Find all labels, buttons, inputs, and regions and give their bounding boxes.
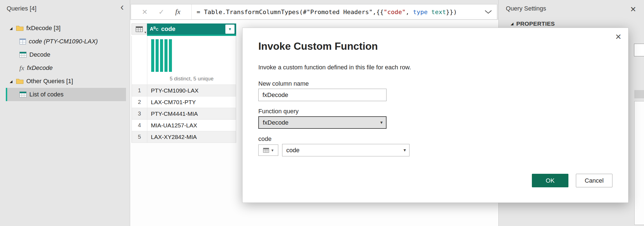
name-field-fragment <box>634 44 644 56</box>
fx-icon: fx <box>19 64 24 72</box>
row-value: LAX-XY2842-MIA <box>147 131 236 143</box>
query-item-label: fxDecode <box>27 64 53 72</box>
folder-icon <box>16 78 24 84</box>
ok-button[interactable]: OK <box>532 174 568 187</box>
collapse-pane-icon[interactable]: ‹ <box>120 4 124 10</box>
parameter-label: code <box>258 135 612 143</box>
function-query-label: Function query <box>258 108 612 115</box>
formula-bar-buttons: ✕ ✓ fx <box>131 4 192 19</box>
parameter-value-dropdown[interactable]: code ▾ <box>282 144 409 156</box>
filter-dropdown-icon[interactable]: ▼ <box>225 25 235 34</box>
properties-label: PROPERTIES <box>516 20 555 27</box>
power-query-editor: Queries [4] ‹ ◢fxDecode [3]code (PTY-CM1… <box>0 0 644 226</box>
row-value: LAX-CM701-PTY <box>147 96 236 108</box>
formula-input[interactable]: = Table.TransformColumnTypes(#"Promoted … <box>192 4 497 19</box>
query-item-label: fxDecode [3] <box>26 25 61 32</box>
table-row[interactable]: 5LAX-XY2842-MIA <box>132 131 236 143</box>
table-header-row: ▾ ABC code ▼ <box>132 23 236 35</box>
new-column-name-label: New column name <box>258 80 612 87</box>
query-item-other-queries-1[interactable]: ◢Other Queries [1] <box>6 75 126 88</box>
row-number: 4 <box>132 120 147 131</box>
query-item-label: Decode <box>29 51 50 58</box>
chevron-down-icon: ▾ <box>403 147 406 153</box>
distribution-bar <box>164 39 168 72</box>
new-column-name-input[interactable] <box>258 89 387 101</box>
table-row[interactable]: 1PTY-CM1090-LAX <box>132 85 236 96</box>
queries-pane: Queries [4] ‹ ◢fxDecode [3]code (PTY-CM1… <box>0 0 130 226</box>
dialog-description: Invoke a custom function defined in this… <box>258 64 612 71</box>
table-icon <box>19 91 27 98</box>
dialog-actions: OK Cancel <box>532 174 612 187</box>
distribution-bar <box>160 39 163 72</box>
queries-pane-header: Queries [4] ‹ <box>0 0 130 12</box>
text-type-icon[interactable]: ABC <box>150 26 158 31</box>
query-item-fxdecode-3[interactable]: ◢fxDecode [3] <box>6 22 126 35</box>
cancel-formula-icon[interactable]: ✕ <box>142 8 148 16</box>
table-row[interactable]: 2LAX-CM701-PTY <box>132 96 236 108</box>
table-row[interactable]: 3PTY-CM4441-MIA <box>132 108 236 120</box>
applied-step-fragment <box>634 90 644 98</box>
parameter-row: ▾ code ▾ <box>258 144 612 156</box>
column-name: code <box>161 25 175 33</box>
row-value: MIA-UA1257-LAX <box>147 120 236 131</box>
cancel-button[interactable]: Cancel <box>576 174 612 187</box>
value-distribution: 5 distinct, 5 unique <box>147 36 236 85</box>
row-number: 1 <box>132 85 147 96</box>
sheet-icon <box>19 38 26 44</box>
close-dialog-icon[interactable]: ✕ <box>615 32 622 41</box>
distinct-unique-caption: 5 distinct, 5 unique <box>151 76 236 82</box>
chevron-down-icon: ▾ <box>145 30 146 34</box>
queries-pane-title: Queries [4] <box>7 5 37 12</box>
expand-triangle-icon[interactable]: ◢ <box>9 26 13 30</box>
query-tree: ◢fxDecode [3]code (PTY-CM1090-LAX)Decode… <box>0 22 130 101</box>
distribution-bar <box>156 39 159 72</box>
function-query-dropdown[interactable]: fxDecode ▾ <box>258 116 387 129</box>
query-item-decode[interactable]: Decode <box>6 48 126 61</box>
preview-table: ▾ ABC code ▼ 5 distinct, 5 unique <box>132 23 236 143</box>
close-settings-icon[interactable]: ✕ <box>630 5 636 14</box>
query-item-code-pty-cm1090-lax[interactable]: code (PTY-CM1090-LAX) <box>6 35 126 48</box>
commit-formula-icon[interactable]: ✓ <box>159 8 164 16</box>
expand-triangle-icon[interactable]: ◢ <box>9 79 13 83</box>
row-value: PTY-CM1090-LAX <box>147 85 236 96</box>
query-item-label: Other Queries [1] <box>26 78 73 85</box>
column-picker-button[interactable]: ▾ <box>258 144 278 156</box>
expand-triangle-icon: ◢ <box>511 22 514 26</box>
column-header-code[interactable]: ABC code ▼ <box>147 23 236 35</box>
select-all-corner[interactable]: ▾ <box>132 23 147 35</box>
parameter-value: code <box>286 147 300 154</box>
table-icon <box>19 52 27 58</box>
query-item-fxdecode[interactable]: fxfxDecode <box>6 61 126 75</box>
settings-pane-header: Query Settings ✕ <box>499 0 644 14</box>
formula-bar: ✕ ✓ fx = Table.TransformColumnTypes(#"Pr… <box>131 4 497 20</box>
row-value: PTY-CM4441-MIA <box>147 108 236 120</box>
formula-text: = Table.TransformColumnTypes(#"Promoted … <box>197 9 457 15</box>
query-item-label: code (PTY-CM1090-LAX) <box>29 38 98 45</box>
table-row[interactable]: 4MIA-UA1257-LAX <box>132 120 236 131</box>
row-number: 2 <box>132 96 147 108</box>
row-number: 5 <box>132 131 147 143</box>
distribution-bar <box>151 39 154 72</box>
expand-formula-icon[interactable] <box>485 10 492 14</box>
function-query-value: fxDecode <box>263 119 288 126</box>
query-item-list-of-codes[interactable]: List of codes <box>6 88 126 101</box>
add-function-icon[interactable]: fx <box>175 8 181 16</box>
invoke-custom-function-dialog: ✕ Invoke Custom Function Invoke a custom… <box>242 28 628 203</box>
table-icon <box>263 148 269 153</box>
dialog-title: Invoke Custom Function <box>258 41 612 52</box>
properties-section-header[interactable]: ◢ PROPERTIES <box>511 20 644 27</box>
settings-pane-title: Query Settings <box>506 5 546 12</box>
distribution-bars <box>151 39 236 72</box>
column-quality-row: 5 distinct, 5 unique <box>132 36 236 85</box>
table-icon <box>136 26 143 32</box>
table-body: 1PTY-CM1090-LAX2LAX-CM701-PTY3PTY-CM4441… <box>132 85 236 143</box>
row-number: 3 <box>132 108 147 120</box>
applied-steps-box-fragment <box>634 101 644 225</box>
chevron-down-icon: ▾ <box>380 120 383 125</box>
chevron-down-icon: ▾ <box>271 148 274 153</box>
folder-icon <box>16 25 24 31</box>
query-item-label: List of codes <box>29 91 64 98</box>
distribution-bar <box>169 39 172 72</box>
